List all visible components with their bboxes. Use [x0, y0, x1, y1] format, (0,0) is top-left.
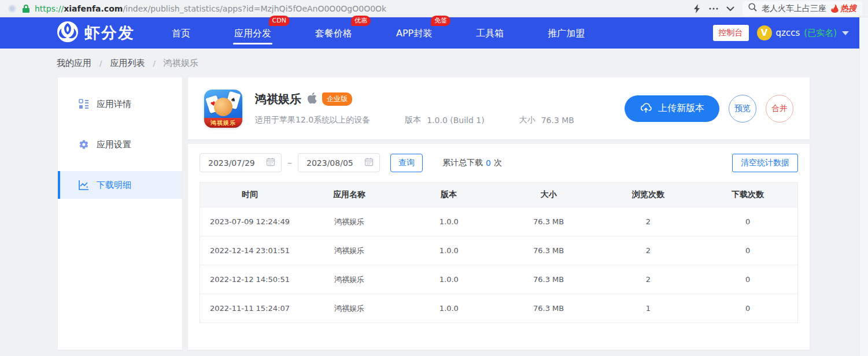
- col-header-time: 时间: [200, 183, 300, 207]
- cell-views: 2: [599, 207, 698, 236]
- browser-search-box[interactable]: 老人火车上占三座 热搜: [743, 1, 862, 16]
- address-bar[interactable]: https://xiafenfa.com/index/publish_stati…: [35, 4, 386, 13]
- sidebar-item-app-details[interactable]: 应用详情: [58, 90, 182, 118]
- breadcrumb-app-list[interactable]: 应用列表: [110, 58, 145, 69]
- col-header-app-name: 应用名称: [300, 183, 399, 207]
- gear-icon: [79, 139, 89, 150]
- url-scheme: https://: [35, 4, 64, 13]
- table-header-row: 时间 应用名称 版本 大小 浏览次数 下载次数: [200, 183, 798, 207]
- calendar-icon: [364, 157, 374, 168]
- cell-views: 1: [599, 294, 698, 323]
- download-details-table: 时间 应用名称 版本 大小 浏览次数 下载次数 2023-07-09 12:24…: [200, 182, 798, 323]
- tab-loading-dot-icon: [8, 5, 16, 13]
- cell-downloads: 0: [698, 236, 797, 265]
- url-domain: xiafenfa.com: [64, 4, 123, 13]
- padlock-icon[interactable]: [22, 4, 30, 13]
- breadcrumb-current: 鸿祺娱乐: [164, 58, 198, 69]
- cell-downloads: 0: [698, 207, 797, 236]
- upload-new-version-button[interactable]: 上传新版本: [625, 95, 719, 122]
- signfree-badge: 免签: [431, 16, 450, 26]
- cell-downloads: 0: [698, 294, 797, 323]
- date-from-input[interactable]: 2023/07/29: [200, 153, 282, 172]
- grid-icon: [79, 99, 89, 109]
- size-value: 76.3 MB: [541, 116, 574, 125]
- more-menu-icon[interactable]: [709, 8, 718, 10]
- lightning-icon[interactable]: [693, 4, 701, 13]
- sidebar-item-app-settings[interactable]: 应用设置: [58, 131, 182, 158]
- col-header-size: 大小: [498, 183, 598, 207]
- app-icon-caption: 鸿祺娱乐: [204, 118, 242, 128]
- col-header-downloads: 下载次数: [698, 183, 797, 207]
- chevron-down-icon: [842, 31, 849, 35]
- table-row: 2022-11-11 15:24:07 鸿祺娱乐 1.0.0 76.3 MB 1…: [200, 294, 798, 323]
- breadcrumb-separator: /: [99, 59, 102, 68]
- date-range-separator: –: [287, 157, 292, 168]
- main-menu: 首页 应用分发CDN 套餐价格优惠 APP封装免签 工具箱 推广加盟: [171, 19, 586, 47]
- app-info-card: ♥ ♠ 鸿祺娱乐 鸿祺娱乐 企业版 适用于苹果12.0系统以上的设备 版本 1.…: [188, 77, 810, 139]
- hot-search-text: 老人火车上占三座: [762, 3, 826, 14]
- breadcrumb-my-apps[interactable]: 我的应用: [57, 58, 91, 69]
- filter-row: 2023/07/29 – 2023/08/05 查询 累计总下载 0 次 清空统…: [200, 153, 798, 172]
- date-to-input[interactable]: 2023/08/05: [298, 153, 380, 172]
- table-row: 2023-07-09 12:24:49 鸿祺娱乐 1.0.0 76.3 MB 2…: [200, 207, 798, 236]
- breadcrumb-separator: /: [153, 59, 155, 68]
- chart-icon: [79, 180, 89, 190]
- cell-app-name: 鸿祺娱乐: [300, 207, 399, 236]
- avatar: V: [757, 25, 772, 40]
- console-button[interactable]: 控制台: [713, 25, 749, 41]
- hot-label: 热搜: [840, 3, 856, 14]
- compatibility-text: 适用于苹果12.0系统以上的设备: [255, 115, 370, 125]
- table-row: 2022-12-12 14:50:51 鸿祺娱乐 1.0.0 76.3 MB 2…: [200, 265, 798, 294]
- apple-icon: [306, 92, 317, 106]
- statistics-card: 2023/07/29 – 2023/08/05 查询 累计总下载 0 次 清空统…: [188, 144, 810, 350]
- nav-item-pricing[interactable]: 套餐价格优惠: [314, 19, 353, 47]
- sidebar: 应用详情 应用设置 下载明细: [58, 77, 182, 350]
- hot-search-badge: 热搜: [831, 3, 856, 14]
- search-icon: [748, 3, 757, 14]
- cell-size: 76.3 MB: [498, 207, 598, 236]
- version-value: 1.0.0 (Build 1): [427, 116, 485, 125]
- cell-downloads: 0: [698, 265, 797, 294]
- cell-time: 2022-12-14 23:01:51: [200, 236, 300, 265]
- nav-item-toolbox[interactable]: 工具箱: [475, 19, 505, 47]
- preview-button[interactable]: 预览: [729, 95, 756, 123]
- nav-item-affiliate[interactable]: 推广加盟: [546, 19, 586, 47]
- nav-item-home[interactable]: 首页: [171, 19, 191, 47]
- browser-scrollbar[interactable]: [859, 17, 868, 356]
- total-downloads-value: 0: [486, 158, 491, 168]
- sidebar-item-download-details[interactable]: 下载明细: [58, 171, 182, 199]
- brand-logo[interactable]: 虾分发: [57, 21, 135, 45]
- verified-status: (已实名): [804, 28, 837, 39]
- shrimp-logo-icon: [57, 21, 79, 45]
- browser-chrome: https://xiafenfa.com/index/publish_stati…: [0, 0, 868, 17]
- col-header-version: 版本: [399, 183, 498, 207]
- cell-time: 2023-07-09 12:24:49: [200, 207, 300, 236]
- cell-version: 1.0.0: [399, 294, 498, 323]
- size-label: 大小: [519, 115, 535, 125]
- cell-views: 2: [599, 236, 698, 265]
- version-label: 版本: [405, 115, 421, 125]
- cell-version: 1.0.0: [399, 207, 498, 236]
- query-button[interactable]: 查询: [390, 154, 423, 172]
- cdn-badge: CDN: [269, 16, 290, 26]
- user-menu[interactable]: V qzccs (已实名): [757, 25, 849, 40]
- brand-name: 虾分发: [84, 23, 135, 43]
- nav-item-app-distribution[interactable]: 应用分发CDN: [233, 19, 272, 47]
- clear-statistics-button[interactable]: 清空统计数据: [732, 154, 798, 172]
- cell-time: 2022-12-12 14:50:51: [200, 265, 300, 294]
- collapse-chevron-icon[interactable]: [726, 6, 734, 11]
- cell-size: 76.3 MB: [498, 236, 598, 265]
- cell-version: 1.0.0: [399, 236, 498, 265]
- breadcrumb: 我的应用 / 应用列表 / 鸿祺娱乐: [0, 49, 859, 77]
- app-name: 鸿祺娱乐: [255, 91, 301, 107]
- cell-version: 1.0.0: [399, 265, 498, 294]
- cell-size: 76.3 MB: [498, 294, 598, 323]
- calendar-icon: [266, 157, 275, 168]
- url-path: /index/publish_statistics/apps?id=MzjhQi…: [123, 4, 386, 13]
- cell-views: 2: [599, 265, 698, 294]
- cell-app-name: 鸿祺娱乐: [300, 294, 399, 323]
- nav-item-app-packaging[interactable]: APP封装免签: [395, 19, 433, 47]
- cloud-upload-icon: [640, 102, 652, 116]
- col-header-views: 浏览次数: [599, 183, 698, 207]
- merge-button[interactable]: 合并: [766, 95, 793, 123]
